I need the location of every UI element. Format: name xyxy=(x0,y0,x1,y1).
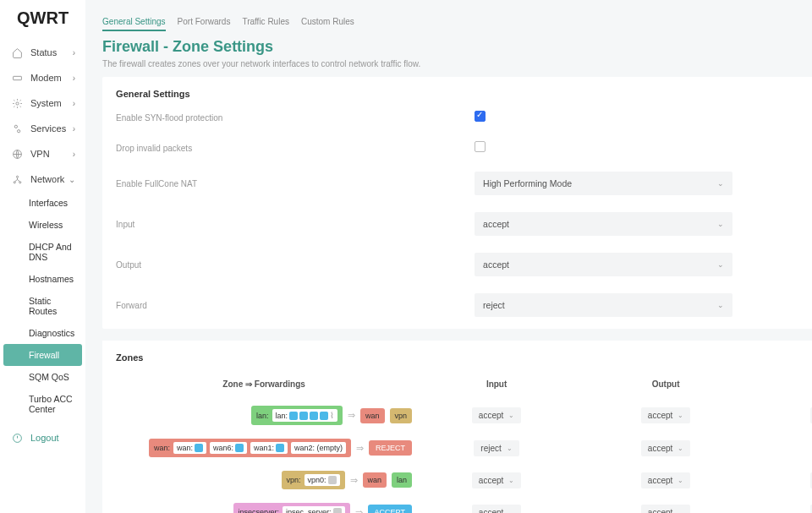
zone-input-select[interactable]: reject⌄ xyxy=(474,440,518,456)
chevron-down-icon: ⌄ xyxy=(717,301,724,309)
net-icon xyxy=(276,444,284,452)
tab-port-forwards[interactable]: Port Forwards xyxy=(178,17,231,31)
zone-input-select[interactable]: accept⌄ xyxy=(472,472,521,488)
syn-flood-checkbox[interactable] xyxy=(475,111,486,122)
zone-dst-vpn[interactable]: vpn xyxy=(390,408,413,423)
network-icon xyxy=(10,172,24,186)
fullcone-label: Enable FullCone NAT xyxy=(116,179,475,188)
sidebar-item-vpn[interactable]: VPN › xyxy=(0,141,85,166)
chevron-down-icon: ⌄ xyxy=(508,412,514,419)
sidebar-sub-turbo[interactable]: Turbo ACC Center xyxy=(0,388,85,420)
fullcone-select[interactable]: High Performing Mode⌄ xyxy=(475,172,732,195)
chevron-down-icon: ⌄ xyxy=(508,477,514,484)
input-select[interactable]: accept⌄ xyxy=(475,212,732,236)
svg-point-5 xyxy=(14,181,15,183)
general-settings-title: General Settings xyxy=(116,89,812,99)
zone-src-lan[interactable]: lan: lan: ⌇ xyxy=(251,406,343,425)
zones-header: Zone ⇒ Forwardings Input Output Forward xyxy=(116,374,812,399)
zone-dst-lan[interactable]: lan xyxy=(392,472,412,488)
output-label: Output xyxy=(116,260,475,270)
logo: QWRT xyxy=(0,8,85,40)
page-title: Firewall - Zone Settings xyxy=(102,38,812,56)
svg-point-6 xyxy=(19,181,20,183)
zone-src-wan[interactable]: wan: wan: wan6: wan1: wan2: (empty) xyxy=(149,439,351,457)
iface-tag: vpn0: xyxy=(304,474,340,486)
chevron-down-icon: ⌄ xyxy=(678,445,683,452)
sidebar-sub-hostnames[interactable]: Hostnames xyxy=(0,268,85,290)
chevron-down-icon: ⌄ xyxy=(678,509,683,514)
iface-tag: wan1: xyxy=(250,442,288,454)
input-value: accept xyxy=(483,219,509,229)
general-settings-panel: General Settings Enable SYN-flood protec… xyxy=(102,77,812,329)
arrow-icon: ⇒ xyxy=(350,475,358,486)
sidebar-sub-sqm[interactable]: SQM QoS xyxy=(0,366,85,388)
zone-dst-wan[interactable]: wan xyxy=(360,408,385,423)
chevron-down-icon: ⌄ xyxy=(507,445,513,452)
chevron-down-icon: ⌄ xyxy=(717,179,724,188)
zone-name: wan: xyxy=(154,444,170,452)
svg-point-2 xyxy=(14,125,17,128)
home-icon xyxy=(10,46,24,59)
logout-icon xyxy=(10,431,24,445)
col-input: Input xyxy=(412,379,581,389)
arrow-icon: ⇒ xyxy=(348,410,355,421)
wifi-icon: ⌇ xyxy=(330,411,334,420)
zones-title: Zones xyxy=(116,352,812,363)
zone-dst-reject[interactable]: REJECT xyxy=(369,440,412,456)
sidebar-item-services[interactable]: Services › xyxy=(0,116,85,141)
tab-custom-rules[interactable]: Custom Rules xyxy=(301,17,354,31)
zone-output-select[interactable]: accept⌄ xyxy=(641,505,690,514)
net-icon xyxy=(320,412,328,420)
sidebar-sub-dhcp[interactable]: DHCP And DNS xyxy=(0,236,85,268)
chevron-down-icon: ⌄ xyxy=(678,477,683,484)
sidebar: QWRT Status › Modem › System › Services … xyxy=(0,0,85,513)
forward-select[interactable]: reject⌄ xyxy=(475,293,732,317)
svg-point-7 xyxy=(16,176,18,177)
sidebar-item-network[interactable]: Network ⌄ xyxy=(0,166,85,192)
forward-label: Forward xyxy=(116,301,475,310)
col-output: Output xyxy=(581,379,750,389)
net-icon xyxy=(333,508,342,513)
sidebar-item-label: Network xyxy=(30,174,64,184)
chevron-right-icon: › xyxy=(73,124,75,134)
zone-dst-wan[interactable]: wan xyxy=(363,472,387,488)
output-select[interactable]: accept⌄ xyxy=(475,253,732,276)
arrow-icon: ⇒ xyxy=(355,507,363,514)
sidebar-sub-diagnostics[interactable]: Diagnostics xyxy=(0,322,85,344)
sidebar-item-label: System xyxy=(30,98,62,108)
sidebar-item-modem[interactable]: Modem › xyxy=(0,65,85,90)
net-icon xyxy=(235,444,244,452)
services-icon xyxy=(10,122,24,135)
sidebar-item-label: Logout xyxy=(30,433,59,443)
tab-traffic-rules[interactable]: Traffic Rules xyxy=(242,17,289,31)
drop-invalid-checkbox[interactable] xyxy=(475,141,486,152)
sidebar-sub-interfaces[interactable]: Interfaces xyxy=(0,192,85,214)
zone-output-select[interactable]: accept⌄ xyxy=(641,472,690,488)
sidebar-sub-firewall[interactable]: Firewall xyxy=(3,344,82,366)
zone-row-vpn: vpn: vpn0: ⇒ wan lan accept⌄ accept⌄ acc… xyxy=(116,464,812,496)
zone-output-select[interactable]: accept⌄ xyxy=(641,407,690,423)
net-icon xyxy=(328,476,337,484)
zone-name: ipsecserver: xyxy=(239,508,280,513)
sidebar-sub-static-routes[interactable]: Static Routes xyxy=(0,290,85,322)
zone-output-select[interactable]: accept⌄ xyxy=(641,440,690,456)
zone-name: lan: xyxy=(256,412,269,420)
iface-tag: ipsec_server: xyxy=(283,506,345,513)
tab-general[interactable]: General Settings xyxy=(102,17,166,31)
zone-input-select[interactable]: accept⌄ xyxy=(472,505,521,514)
drop-invalid-label: Drop invalid packets xyxy=(116,144,475,153)
zone-src-ipsec[interactable]: ipsecserver: ipsec_server: xyxy=(233,503,350,513)
sidebar-item-label: Services xyxy=(30,123,66,134)
main: General Settings Port Forwards Traffic R… xyxy=(85,0,812,513)
sidebar-sub-wireless[interactable]: Wireless xyxy=(0,214,85,236)
iface-tag: wan: xyxy=(173,442,206,454)
sidebar-item-system[interactable]: System › xyxy=(0,90,85,116)
fullcone-value: High Performing Mode xyxy=(483,178,572,188)
sidebar-item-status[interactable]: Status › xyxy=(0,40,85,65)
zone-dst-accept[interactable]: ACCEPT xyxy=(368,505,413,513)
zone-src-vpn[interactable]: vpn: vpn0: xyxy=(282,471,345,489)
zone-input-select[interactable]: accept⌄ xyxy=(472,407,521,423)
net-icon xyxy=(299,412,308,420)
iface-tag: wan6: xyxy=(210,442,247,454)
sidebar-item-logout[interactable]: Logout xyxy=(0,425,85,450)
